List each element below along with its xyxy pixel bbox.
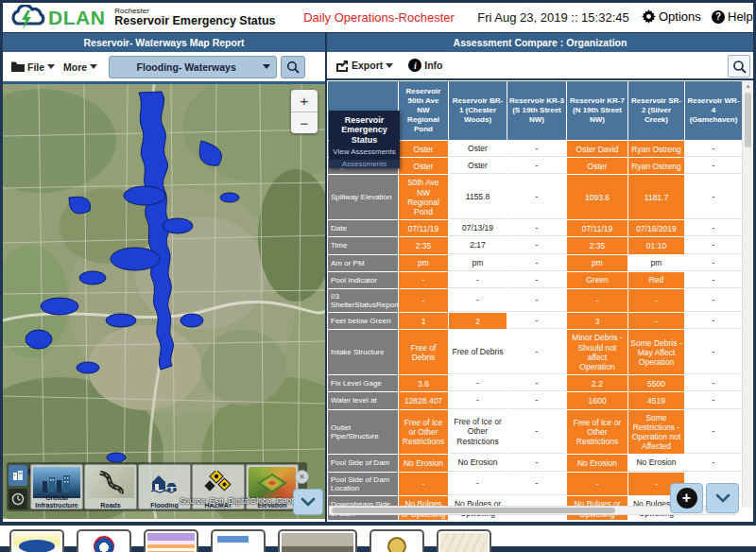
table-cell: No Erosion	[567, 455, 627, 471]
table-cell: Ryan Ostreng	[628, 141, 684, 157]
row-label: 03 ShelterStatusReport	[328, 289, 398, 312]
table-cell: -	[685, 255, 742, 271]
dock-item-nws[interactable]	[77, 529, 131, 552]
dock-item-mapthumb[interactable]	[437, 529, 491, 552]
map-collapse-button[interactable]	[293, 489, 323, 515]
table-cell: Oster	[399, 141, 448, 157]
elevation-icon	[249, 467, 296, 498]
buildings-icon	[12, 470, 24, 481]
map-layer-select[interactable]: Flooding- Waterways	[109, 56, 277, 78]
more-menu[interactable]: More	[63, 61, 97, 73]
file-menu[interactable]: File	[11, 61, 55, 73]
page-title: Reservoir Emergency Status	[114, 15, 275, 27]
table-row: Am or PMpmpm-pmpm-	[328, 255, 742, 271]
table-cell: 12828.407	[399, 392, 448, 408]
column-header[interactable]: Reservoir KR-7 (N 19th Street NW)	[567, 81, 627, 140]
scroll-up-icon[interactable]: ▲	[743, 80, 753, 91]
table-cell: -	[507, 313, 566, 329]
info-label: Info	[424, 60, 442, 71]
table-cell: 07/13/19	[449, 220, 507, 236]
column-header[interactable]: Reservoir BR-1 (Chester Woods)	[449, 81, 507, 140]
file-menu-label: File	[27, 61, 44, 73]
zoom-out-button[interactable]: −	[291, 112, 318, 133]
options-button[interactable]: Options	[642, 9, 701, 24]
basemap-button[interactable]	[9, 465, 27, 486]
folder-icon	[11, 61, 25, 72]
vertical-scroll-thumb[interactable]	[745, 93, 751, 147]
table-cell: -	[628, 289, 684, 312]
horizontal-scroll-thumb[interactable]	[332, 508, 615, 513]
plus-icon: +	[677, 488, 697, 509]
add-assessment-button[interactable]: +	[670, 483, 703, 513]
search-icon	[286, 60, 300, 74]
layer-tile-label: Critical Infrastructure	[31, 494, 82, 509]
table-cell: -	[507, 330, 566, 374]
export-label: Export	[352, 60, 383, 71]
map-search-button[interactable]	[281, 56, 305, 78]
column-header[interactable]: Reservoir WR-4 (Gamehaven)	[685, 81, 742, 140]
dock-item-seal[interactable]	[369, 529, 424, 552]
map-canvas[interactable]: + − Critical InfrastructureRoadsFlooding…	[3, 84, 325, 519]
layer-tile-critical-infrastructure[interactable]: Critical Infrastructure	[30, 464, 83, 509]
bottom-dock	[0, 526, 756, 552]
popup-title: Reservoir Emergency Status	[329, 111, 400, 147]
table-cell: 1093.6	[567, 175, 627, 219]
gear-icon	[642, 9, 656, 24]
table-cell: pm	[449, 255, 507, 271]
dock-item-sheet[interactable]	[144, 529, 198, 552]
table-cell: 07/11/19	[567, 220, 627, 236]
table-cell: Oster	[399, 158, 448, 174]
table-cell: -	[685, 220, 742, 236]
table-cell: Free of Ice or Other Restrictions	[449, 410, 507, 455]
table-cell: -	[399, 272, 448, 288]
column-header[interactable]: Reservoir 50th Ave NW Regional Pond	[399, 81, 448, 140]
compare-search-button[interactable]	[728, 55, 750, 78]
table-cell: -	[685, 158, 742, 174]
dlan-logo[interactable]: DLAN	[3, 5, 105, 30]
table-cell: -	[449, 473, 507, 495]
column-header[interactable]: Reservoir SR-2 (Silver Creek)	[628, 81, 684, 140]
view-assessments-link[interactable]: View Assessments	[329, 147, 400, 160]
table-row: Water level at12828.407--16004519-	[328, 392, 742, 408]
table-row: Outlet Pipe/StructureFree of Ice or Othe…	[328, 410, 742, 455]
vertical-scrollbar[interactable]: ▲	[742, 80, 752, 508]
table-cell: 01:10	[628, 237, 684, 253]
dock-item-e511[interactable]	[9, 529, 64, 552]
zoom-in-button[interactable]: +	[291, 90, 318, 112]
column-header[interactable]: Reservoir KR-3 (S 19th Street NW)	[507, 81, 566, 140]
table-cell: Red	[628, 272, 684, 288]
search-icon	[732, 60, 747, 74]
export-button[interactable]: Export	[335, 60, 393, 72]
dock-item-doc[interactable]	[211, 529, 266, 552]
layer-tile-roads[interactable]: Roads	[84, 464, 137, 509]
top-app-bar: DLAN Rochester Reservoir Emergency Statu…	[3, 3, 753, 32]
table-cell: -	[399, 473, 448, 495]
table-cell: -	[685, 313, 742, 329]
options-label: Options	[659, 9, 701, 24]
help-button[interactable]: ? Help	[712, 9, 753, 24]
flooding-icon	[141, 467, 188, 498]
table-cell: -	[567, 473, 627, 495]
mapthumb-thumbnail	[440, 533, 488, 552]
table-cell: Green	[567, 272, 627, 288]
table-row: Time2:352:17-2:3501:10-	[328, 237, 742, 253]
time-slider-button[interactable]	[9, 489, 27, 509]
panel-collapse-button[interactable]	[706, 483, 739, 513]
table-cell: Free of Debris	[449, 330, 507, 374]
map-zoom-control: + −	[291, 90, 318, 133]
table-cell: pm	[628, 255, 684, 271]
close-icon[interactable]: ×	[295, 470, 309, 484]
export-icon	[335, 60, 349, 72]
dock-item-photo[interactable]	[278, 529, 357, 552]
table-cell: Oster	[449, 158, 507, 174]
info-button[interactable]: i Info	[408, 59, 442, 72]
table-cell: Free of Ice or Other Restrictions	[567, 410, 627, 455]
compare-table-wrap: Reservoir 50th Ave NW Regional PondReser…	[327, 80, 753, 520]
table-cell: -	[449, 375, 507, 391]
popup-menu-item[interactable]: Assessments	[329, 160, 400, 168]
table-cell: No Erosion	[449, 455, 507, 471]
table-row: Intake StructureFree of DebrisFree of De…	[328, 330, 742, 374]
table-cell: 3.6	[399, 375, 448, 391]
table-cell: 1181.7	[628, 175, 684, 219]
row-label: Feet below Green	[328, 313, 398, 329]
